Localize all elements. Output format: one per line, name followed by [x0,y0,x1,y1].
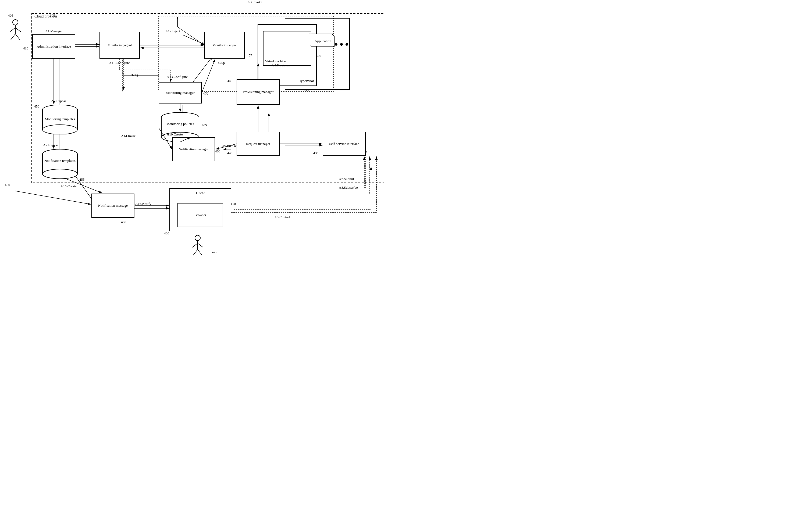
svg-point-31 [13,20,18,25]
self-service-interface-box: Self-service interface [323,132,366,156]
svg-point-28 [345,43,348,46]
ref-480-label: 480 [121,220,126,225]
virtual-machine-box: Application Virtual machine [263,31,311,66]
browser-inner-box: Browser [177,203,223,227]
svg-line-36 [15,34,20,40]
ref-460-label: 460 [215,149,220,154]
svg-point-51 [42,169,78,179]
svg-point-25 [177,17,178,18]
a8-label: A8.Subscribe [339,186,358,190]
ref-405-label: 405 [8,14,14,18]
diagram: 400 405 105 Administration interface 410… [0,0,394,266]
monitoring-agent-g-box: Monitoring agent [100,32,140,59]
ref-440-label: 440 [227,151,233,156]
admin-interface-box: Administration interface [32,35,75,59]
svg-line-8 [183,35,204,44]
svg-line-61 [177,27,204,45]
svg-line-76 [15,191,91,204]
svg-line-55 [198,243,203,247]
ref-110-label: 110 [231,201,236,206]
monitoring-agent-p-box: Monitoring agent [204,32,245,59]
ref-470-label: 470 [203,91,208,96]
provisioning-manager-box: Provisioning manager [237,79,280,105]
svg-point-62 [177,18,178,19]
ref-475g-label: 475g [131,72,138,77]
svg-point-52 [195,235,200,240]
person-icon [6,18,25,44]
ref-425-label: 425 [212,250,217,255]
a6-label: A6.Expose [51,99,66,104]
ref-455-label: 455 [79,177,85,182]
ref-445-label: 445 [227,79,233,83]
ref-430-label: 430 [164,231,169,236]
person-icon-bottom [188,234,207,259]
svg-line-64 [201,59,215,93]
ref-400-label: 400 [5,183,10,187]
svg-point-27 [340,43,343,46]
a1-label: A1.Manage [45,29,62,34]
notification-message-box: Notification message [91,194,134,218]
ref-475p-label: 475p [218,61,225,65]
svg-line-33 [10,28,15,32]
a11-label: A11.Configure [109,61,130,65]
svg-point-26 [335,43,337,46]
hypervisor-box: Hypervisor Application Virtual machine [258,24,317,86]
ref-410-label: 410 [23,46,28,51]
a13-label: A13.Configure [167,75,188,79]
ref-420-label: 420 [316,54,321,58]
monitoring-manager-box: Monitoring manager [158,82,201,104]
svg-line-54 [192,243,198,247]
svg-line-34 [15,28,21,32]
ref-465-label: 465 [201,123,207,128]
a12-label: A12.Inject [165,29,180,34]
a5-label: A5.Control [274,215,290,220]
a9-label: A9.Invoke [222,144,237,148]
svg-line-56 [193,250,198,255]
monitoring-templates-cylinder: Monitoring templates [40,105,80,134]
client-outer-box: Client Browser [169,188,231,231]
a2-label: A2.Submit [339,177,354,182]
a10-label: A10.Create [167,132,183,137]
notification-manager-box: Notification manager [172,137,215,161]
svg-line-57 [198,250,202,255]
request-manager-box: Request manager [237,132,280,156]
svg-point-41 [42,125,78,134]
svg-line-35 [11,34,15,40]
ref-457-label: 457 [247,53,252,58]
a16-label: A16.Notify [135,201,151,206]
a7-label: A7.Expose [43,143,58,148]
cloud-provider-label: Cloud provider [35,14,57,19]
a15-label: A15.Create [61,184,77,189]
ref-415-label: 415 [304,88,309,93]
ref-435-label: 435 [313,151,319,156]
ref-450-label: 450 [34,104,40,109]
a14-label: A14.Raise [121,134,136,139]
application-box: Application [311,36,335,46]
a3-label: A3.Invoke [247,0,262,4]
notification-templates-cylinder: Notification templates [40,149,80,179]
a4-label: A4.Provision [272,63,290,68]
